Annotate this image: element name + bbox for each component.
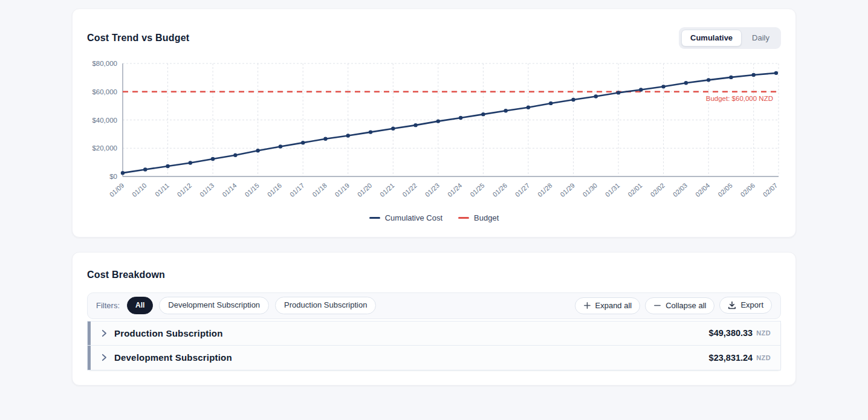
row-currency: NZD: [756, 329, 771, 337]
filter-pill-production-subscription[interactable]: Production Subscription: [275, 297, 376, 314]
y-tick-label: $20,000: [92, 144, 117, 152]
x-tick-label: 01/29: [559, 181, 575, 198]
x-tick-label: 01/15: [244, 181, 261, 198]
data-point[interactable]: [413, 123, 417, 127]
x-tick-label: 02/03: [672, 181, 688, 198]
legend-item: Cumulative Cost: [369, 213, 442, 222]
data-point[interactable]: [369, 130, 372, 134]
data-point[interactable]: [391, 126, 395, 130]
x-tick-label: 02/05: [716, 181, 733, 198]
line-chart-canvas: $0$20,000$40,000$60,000$80,00001/0901/10…: [87, 56, 782, 208]
legend-swatch: [458, 217, 469, 219]
data-point[interactable]: [121, 171, 125, 175]
data-point[interactable]: [639, 88, 643, 91]
x-tick-label: 02/01: [626, 181, 643, 198]
y-tick-label: $80,000: [92, 60, 117, 67]
data-point[interactable]: [301, 141, 305, 144]
breakdown-row-development-subscription[interactable]: Development Subscription$23,831.24NZD: [87, 346, 781, 370]
data-point[interactable]: [684, 81, 688, 85]
data-point[interactable]: [774, 71, 778, 74]
plus-icon: [583, 302, 591, 309]
data-point[interactable]: [346, 134, 350, 137]
data-point[interactable]: [436, 119, 440, 123]
cost-breakdown-title: Cost Breakdown: [87, 270, 781, 280]
data-point[interactable]: [729, 75, 733, 79]
data-point[interactable]: [459, 115, 462, 119]
legend-label: Budget: [474, 213, 499, 222]
x-tick-label: 01/13: [198, 181, 215, 198]
data-point[interactable]: [211, 157, 215, 160]
action-button-label: Expand all: [595, 302, 632, 310]
x-tick-label: 01/14: [221, 181, 238, 198]
filter-bar: Filters: AllDevelopment SubscriptionProd…: [87, 292, 781, 319]
x-tick-label: 01/17: [288, 181, 305, 198]
row-currency: NZD: [756, 354, 771, 361]
breakdown-row-production-subscription[interactable]: Production Subscription$49,380.33NZD: [87, 321, 781, 346]
row-label: Production Subscription: [114, 328, 223, 338]
x-tick-label: 02/04: [694, 181, 711, 198]
x-tick-label: 02/02: [649, 181, 666, 198]
data-point[interactable]: [526, 105, 530, 109]
data-point[interactable]: [323, 137, 327, 140]
y-tick-label: $60,000: [92, 88, 117, 95]
legend-item: Budget: [458, 213, 499, 222]
data-point[interactable]: [661, 85, 665, 88]
data-point[interactable]: [166, 164, 169, 167]
data-point[interactable]: [233, 153, 237, 157]
collapse-all-button[interactable]: Collapse all: [645, 297, 714, 314]
row-label: Development Subscription: [114, 352, 232, 363]
data-point[interactable]: [571, 97, 575, 101]
y-tick-label: $0: [109, 173, 117, 180]
data-point[interactable]: [752, 73, 756, 76]
page: Cost Trend vs Budget CumulativeDaily $0$…: [72, 0, 796, 386]
x-tick-label: 01/22: [401, 181, 418, 198]
download-icon: [728, 301, 736, 309]
x-tick-label: 01/24: [446, 181, 463, 198]
data-point[interactable]: [594, 94, 598, 98]
view-toggle: CumulativeDaily: [679, 27, 781, 49]
data-point[interactable]: [189, 161, 192, 164]
x-tick-label: 01/28: [536, 181, 553, 198]
action-button-group: Expand allCollapse allExport: [575, 297, 772, 314]
breakdown-row-group: Production Subscription$49,380.33NZDDeve…: [87, 321, 781, 370]
x-tick-label: 01/31: [604, 181, 621, 198]
data-point[interactable]: [481, 112, 485, 116]
data-point[interactable]: [504, 109, 507, 112]
toggle-option-daily[interactable]: Daily: [743, 30, 779, 47]
x-tick-label: 02/07: [762, 181, 779, 198]
cost-trend-card: Cost Trend vs Budget CumulativeDaily $0$…: [72, 8, 796, 237]
x-tick-label: 01/27: [514, 181, 531, 198]
x-tick-label: 01/30: [581, 181, 598, 198]
legend-swatch: [369, 217, 380, 219]
data-point[interactable]: [549, 101, 552, 105]
chart-legend: Cumulative CostBudget: [87, 213, 781, 222]
data-point[interactable]: [707, 78, 710, 82]
cost-breakdown-card: Cost Breakdown Filters: AllDevelopment S…: [72, 252, 796, 386]
x-tick-label: 01/26: [491, 181, 508, 198]
filter-pill-all[interactable]: All: [127, 297, 153, 314]
row-amount: $23,831.24: [709, 353, 753, 363]
filters-label: Filters:: [96, 301, 120, 310]
data-point[interactable]: [143, 167, 147, 171]
x-tick-label: 01/19: [334, 181, 351, 198]
cost-trend-chart: $0$20,000$40,000$60,000$80,00001/0901/10…: [87, 56, 781, 211]
x-tick-label: 01/21: [378, 181, 395, 198]
x-tick-label: 01/25: [468, 181, 485, 198]
x-tick-label: 01/23: [424, 181, 441, 198]
budget-line-label: Budget: $60,000 NZD: [706, 94, 773, 102]
x-tick-label: 01/20: [356, 181, 373, 198]
expand-all-button[interactable]: Expand all: [575, 297, 641, 314]
x-tick-label: 01/11: [154, 181, 170, 198]
action-button-label: Export: [740, 301, 763, 309]
data-point[interactable]: [256, 149, 259, 152]
export-button[interactable]: Export: [719, 297, 772, 314]
row-amount: $49,380.33: [709, 328, 753, 338]
chevron-right-icon: [102, 329, 107, 337]
cost-trend-title: Cost Trend vs Budget: [87, 33, 189, 44]
chevron-right-icon: [102, 354, 107, 361]
minus-icon: [653, 302, 661, 309]
filter-pill-development-subscription[interactable]: Development Subscription: [159, 297, 269, 314]
data-point[interactable]: [279, 144, 282, 148]
toggle-option-cumulative[interactable]: Cumulative: [681, 30, 742, 47]
data-point[interactable]: [617, 91, 620, 94]
